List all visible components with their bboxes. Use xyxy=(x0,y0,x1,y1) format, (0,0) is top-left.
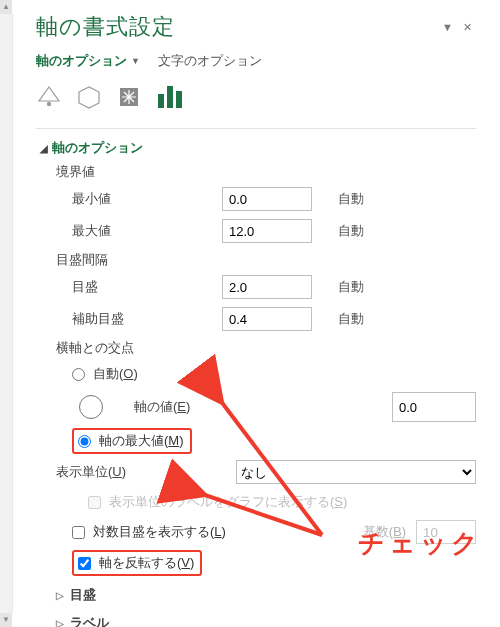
scroll-track[interactable] xyxy=(0,14,13,613)
svg-rect-4 xyxy=(176,91,182,108)
pane-title: 軸の書式設定 xyxy=(36,12,175,42)
chk-reverse-input[interactable] xyxy=(78,557,91,570)
axis-options-icon[interactable] xyxy=(156,84,184,110)
max-input[interactable] xyxy=(222,219,312,243)
chk-log-scale-label: 対数目盛を表示する(L) xyxy=(93,523,226,541)
callout-cross-max: 軸の最大値(M) xyxy=(72,428,192,454)
radio-cross-value-input[interactable] xyxy=(56,395,126,419)
chk-show-unit-label-text: 表示単位のラベルをグラフに表示する(S) xyxy=(109,493,347,511)
cross-heading: 横軸との交点 xyxy=(56,339,476,357)
section-tick-marks[interactable]: ▷目盛 xyxy=(56,586,476,604)
radio-cross-auto-label: 自動(O) xyxy=(93,365,138,383)
left-scroll-rail: ▲ ▼ xyxy=(0,0,12,627)
display-units-label: 表示単位(U) xyxy=(56,463,236,481)
radio-cross-auto[interactable]: 自動(O) xyxy=(72,362,476,386)
divider xyxy=(36,128,476,129)
radio-cross-max-input[interactable] xyxy=(78,435,91,448)
svg-rect-3 xyxy=(167,86,173,108)
major-label: 目盛 xyxy=(72,278,222,296)
tab-text-options-label: 文字のオプション xyxy=(158,52,262,70)
expand-icon: ▷ xyxy=(56,618,64,628)
effects-icon[interactable] xyxy=(76,84,102,110)
cross-value-input[interactable] xyxy=(392,392,476,422)
max-label: 最大値 xyxy=(72,222,222,240)
svg-point-0 xyxy=(47,102,51,106)
min-label: 最小値 xyxy=(72,190,222,208)
tab-text-options[interactable]: 文字のオプション xyxy=(158,52,262,70)
chk-log-scale-input[interactable] xyxy=(72,526,85,539)
chk-reverse-label: 軸を反転する(V) xyxy=(99,554,194,572)
minor-input[interactable] xyxy=(222,307,312,331)
radio-cross-max-label: 軸の最大値(M) xyxy=(99,432,184,450)
major-input[interactable] xyxy=(222,275,312,299)
chk-show-unit-label: 表示単位のラベルをグラフに表示する(S) xyxy=(88,490,476,514)
display-units-select[interactable]: なし xyxy=(236,460,476,484)
minor-label: 補助目盛 xyxy=(72,310,222,328)
chk-show-unit-label-input xyxy=(88,496,101,509)
fill-line-icon[interactable] xyxy=(36,84,62,110)
max-auto: 自動 xyxy=(338,222,364,240)
units-heading: 目盛間隔 xyxy=(56,251,476,269)
radio-cross-value-label: 軸の値(E) xyxy=(134,398,190,416)
size-properties-icon[interactable] xyxy=(116,84,142,110)
pane-menu-icon[interactable]: ▼ xyxy=(442,21,453,34)
radio-cross-auto-input[interactable] xyxy=(72,368,85,381)
scroll-down-icon[interactable]: ▼ xyxy=(0,613,12,627)
category-icon-bar xyxy=(36,84,500,110)
svg-rect-2 xyxy=(158,94,164,108)
bounds-heading: 境界値 xyxy=(56,163,476,181)
group-axis-options-label: 軸のオプション xyxy=(52,139,143,157)
tab-axis-options-label: 軸のオプション xyxy=(36,52,127,70)
tab-axis-options[interactable]: 軸のオプション ▼ xyxy=(36,52,140,70)
min-auto: 自動 xyxy=(338,190,364,208)
minor-auto: 自動 xyxy=(338,310,364,328)
format-axis-pane: ▲ ▼ 軸の書式設定 ▼ ✕ 軸のオプション ▼ 文字のオプション xyxy=(0,0,500,627)
log-base-label: 基数(B) xyxy=(363,523,406,541)
scroll-up-icon[interactable]: ▲ xyxy=(0,0,12,14)
pane-close-icon[interactable]: ✕ xyxy=(463,21,472,34)
log-base-input xyxy=(416,520,476,544)
group-axis-options[interactable]: ◢ 軸のオプション xyxy=(40,139,476,157)
major-auto: 自動 xyxy=(338,278,364,296)
min-input[interactable] xyxy=(222,187,312,211)
section-labels[interactable]: ▷ラベル xyxy=(56,614,476,627)
radio-cross-value[interactable]: 軸の値(E) xyxy=(56,395,190,419)
expand-icon: ▷ xyxy=(56,590,64,601)
collapse-icon: ◢ xyxy=(40,143,48,154)
callout-reverse: 軸を反転する(V) xyxy=(72,550,202,576)
dropdown-icon: ▼ xyxy=(131,56,140,66)
